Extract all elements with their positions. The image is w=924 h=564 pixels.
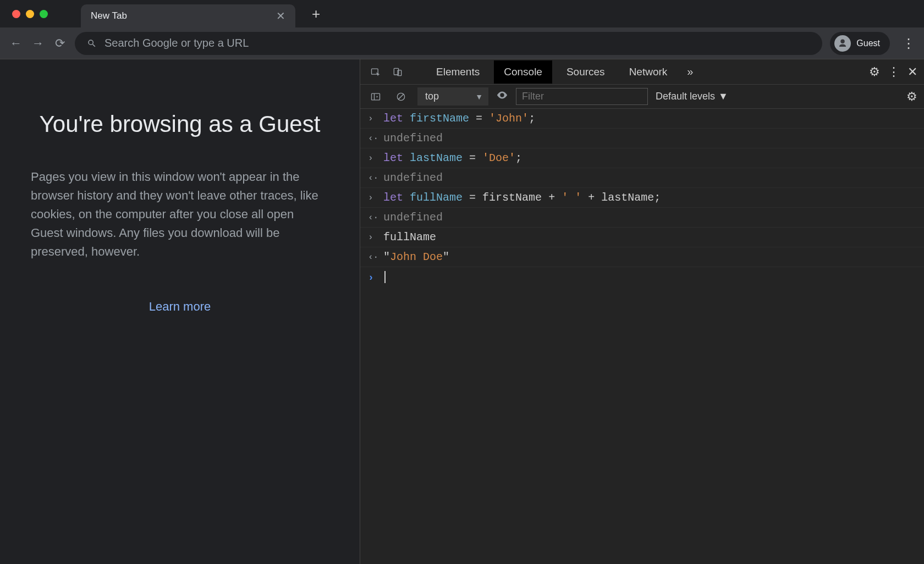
console-line: ›let fullName = firstName + ' ' + lastNa… (360, 188, 924, 208)
tab-elements[interactable]: Elements (426, 60, 490, 84)
reload-button[interactable]: ⟳ (53, 36, 67, 51)
tab-sources[interactable]: Sources (557, 60, 615, 84)
inspect-element-icon[interactable] (367, 63, 384, 81)
console-prompt[interactable]: › (360, 267, 924, 286)
search-icon (87, 38, 97, 48)
dropdown-caret-icon: ▼ (718, 91, 728, 102)
window-titlebar: New Tab ✕ + (0, 0, 924, 27)
browser-toolbar: ← → ⟳ Search Google or type a URL Guest … (0, 27, 924, 59)
learn-more-wrapper: Learn more (31, 300, 329, 314)
guest-mode-page: You're browsing as a Guest Pages you vie… (0, 59, 360, 564)
execution-context-value: top (425, 91, 439, 102)
forward-button[interactable]: → (31, 36, 45, 51)
devtools-settings-icon[interactable]: ⚙ (869, 65, 880, 79)
close-window-button[interactable] (12, 10, 20, 18)
console-toolbar: top ▼ Default levels ▼ ⚙ (360, 85, 924, 109)
devtools-tabbar: Elements Console Sources Network » ⚙ ⋮ ✕ (360, 59, 924, 85)
console-line: ‹·"John Doe" (360, 247, 924, 267)
svg-marker-5 (377, 96, 378, 97)
browser-menu-button[interactable]: ⋮ (902, 36, 915, 51)
guest-body: Pages you view in this window won't appe… (31, 168, 329, 261)
console-line: ‹·undefined (360, 129, 924, 148)
console-settings-icon[interactable]: ⚙ (906, 90, 917, 104)
device-toolbar-icon[interactable] (389, 63, 406, 81)
maximize-window-button[interactable] (40, 10, 48, 18)
tab-network[interactable]: Network (619, 60, 678, 84)
more-tabs-icon[interactable]: » (681, 62, 698, 81)
learn-more-link[interactable]: Learn more (149, 300, 211, 313)
svg-line-7 (398, 94, 404, 99)
console-filter-input[interactable] (516, 88, 648, 105)
profile-label: Guest (856, 38, 880, 48)
window-controls (12, 10, 48, 18)
console-line: ‹·undefined (360, 208, 924, 228)
minimize-window-button[interactable] (26, 10, 34, 18)
console-line: ‹·undefined (360, 168, 924, 188)
console-line: ›let lastName = 'Doe'; (360, 148, 924, 168)
tab-title: New Tab (91, 10, 127, 21)
clear-console-icon[interactable] (392, 88, 410, 106)
log-levels-select[interactable]: Default levels ▼ (656, 91, 728, 102)
devtools-panel: Elements Console Sources Network » ⚙ ⋮ ✕… (360, 59, 924, 564)
console-sidebar-toggle-icon[interactable] (367, 88, 384, 106)
avatar-icon (834, 35, 851, 52)
log-levels-label: Default levels (656, 91, 715, 102)
back-button[interactable]: ← (9, 36, 23, 51)
console-output[interactable]: ›let firstName = 'John';‹·undefined›let … (360, 109, 924, 564)
console-line: ›let firstName = 'John'; (360, 109, 924, 129)
guest-title: You're browsing as a Guest (31, 109, 329, 140)
devtools-close-icon[interactable]: ✕ (908, 65, 917, 79)
close-tab-icon[interactable]: ✕ (276, 9, 285, 23)
dropdown-caret-icon: ▼ (475, 92, 483, 101)
address-bar[interactable]: Search Google or type a URL (75, 32, 822, 55)
tab-console[interactable]: Console (494, 60, 552, 84)
main-area: You're browsing as a Guest Pages you vie… (0, 59, 924, 564)
profile-button[interactable]: Guest (830, 32, 890, 55)
console-line: ›fullName (360, 228, 924, 247)
new-tab-button[interactable]: + (312, 5, 320, 23)
browser-tab[interactable]: New Tab ✕ (81, 4, 295, 27)
execution-context-select[interactable]: top ▼ (417, 87, 488, 106)
live-expression-icon[interactable] (496, 89, 508, 104)
address-bar-placeholder: Search Google or type a URL (105, 37, 249, 49)
svg-rect-3 (372, 93, 380, 100)
devtools-menu-icon[interactable]: ⋮ (888, 65, 900, 79)
